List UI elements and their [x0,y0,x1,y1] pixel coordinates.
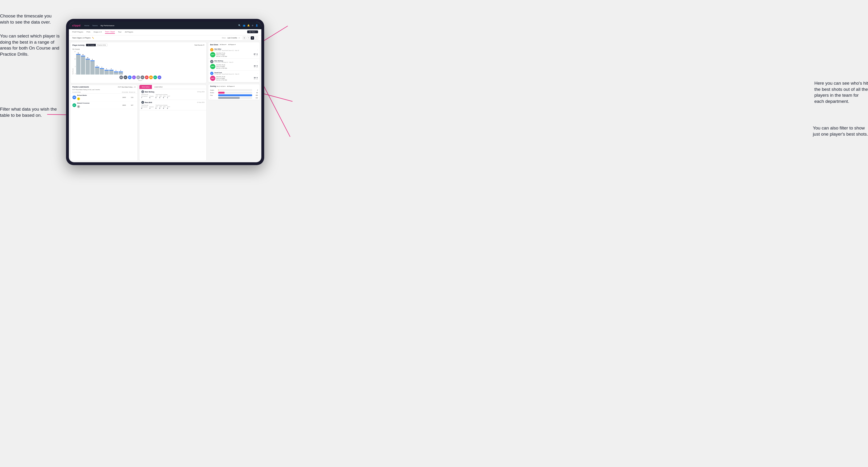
rees-stats: Total Rounds Tournament 8 Practice [141,104,205,109]
leaderboard-title: Practice Leaderboards [72,86,89,88]
left-column: Player Activity On Course Practice Drill… [70,42,207,161]
annotation-best-shots: Here you can see who's hit the best shot… [814,80,868,104]
best-shots-card: Best Shots All Shots ▼ All Players ▼ [208,42,260,83]
avatar-bm: BM [119,75,123,79]
chevron-right-icon-2[interactable]: › [257,61,258,63]
add-circle-icon[interactable]: ⊕ [252,24,253,27]
avatar-blair: BM [141,90,144,93]
blair-yds1: 43 yds [254,65,256,68]
rees-putt: PUTT 0 [167,106,170,109]
nav-hcaps[interactable]: Hcaps 1-5 [94,31,102,33]
show-chevron-icon[interactable]: ▼ [239,37,240,39]
x-axis-label: Players [76,80,205,81]
blair-arg: ARG 0 [163,96,165,98]
birdies-bar [218,92,224,94]
bar-j-coles: 9 [90,59,95,74]
matt-shot-desc: Shot Dist: 67 yds Start Lie: Rough End L… [216,52,253,57]
add-team-button[interactable]: Add Team + [247,30,258,33]
avatar-ec: EC [153,75,157,79]
nav-links: Home Teams My Performance [84,25,235,27]
heart-view-button[interactable]: ♥ [251,36,254,40]
col-player-name: PLAYER NAME [72,92,121,93]
scoring-header: Scoring Par 3, 4 & 5s ▼ All Players ▼ [208,84,260,88]
nav-my-performance[interactable]: My Performance [100,25,115,27]
chevron-right-icon-3[interactable]: › [257,72,258,74]
nav-team-clippd[interactable]: Team Clippd [105,31,115,34]
pars-bar [218,94,252,96]
leaderboard-select[interactable]: PUTT Must Make Putting ... ▼ [118,86,135,88]
nav-teams[interactable]: Teams [92,25,98,27]
logo: clippd [72,24,81,27]
avatar-mm: MM [149,75,153,79]
rees-tournament: Tournament 8 [141,106,148,109]
matt-info: Matt Miller 09 Jun 2023 · Royal North De… [214,49,239,51]
matt-player-row: MM Matt Miller 09 Jun 2023 · Royal North… [210,48,258,52]
avatar-bb: BB [124,75,127,79]
bell-icon[interactable]: 🔔 [247,24,250,27]
blair-practice: Practice 6 [149,96,154,98]
david-yds: 16 yds 0 yds [254,77,258,80]
nav-home[interactable]: Home [84,25,89,27]
nav-pga[interactable]: PGA [87,31,90,33]
david-badge: 198SG [210,76,215,81]
bar-l-robertson: 2 [119,70,123,74]
user-icon[interactable]: 👤 [255,24,258,27]
bars-container: 13 12 [76,51,205,74]
scoring-all-players-filter[interactable]: All Players ▼ [227,86,235,87]
bar-m-miller: 3 [109,68,114,74]
par-filter[interactable]: Par 3, 4 & 5s ▼ [217,86,225,87]
more-view-button[interactable]: ⋮ [255,36,258,40]
people-icon[interactable]: 👥 [243,24,245,27]
score-row-other: ... 315 [210,97,258,99]
chevron-right-icon[interactable]: › [257,49,258,51]
david-yds2: 0 yds [256,77,258,80]
leaderboard-header: Practice Leaderboards PUTT Must Make Put… [70,85,137,89]
all-players-filter[interactable]: All Players ▼ [228,44,236,45]
col-pb-avg: PB AVG SG [129,92,135,93]
player-activity-card: Player Activity On Course Practice Drill… [70,42,207,83]
nav-all-players[interactable]: All Players [125,31,133,33]
all-shots-filter[interactable]: All Shots ▼ [220,44,226,45]
annotation-all-players: You can also filter to show just one pla… [813,125,868,137]
blair-yds2: 0 yds [256,65,258,68]
tab-most-active[interactable]: Most Active [140,85,152,89]
pars-bar-container [218,94,252,96]
rank-badge-1: 1 [77,97,80,100]
on-course-toggle[interactable]: On Course [86,44,96,46]
matt-yds1: 67 yds [254,53,256,56]
player-name-edward: Edward Crossman 2 [77,102,90,108]
player-activity-title: Player Activity [72,44,85,46]
other-bar [218,97,240,99]
blair-putt: PUTT 1 [167,96,170,98]
practice-drills-toggle[interactable]: Practice Drills [96,44,107,46]
avatar-richard: RB [72,96,76,99]
tab-least-active[interactable]: Least Active [152,85,165,89]
shot-matt-miller: MM Matt Miller 09 Jun 2023 · Royal North… [208,47,260,59]
david-shot-stats: 198SG Shot Dist: 16 yds Start Lie: Rough… [210,76,258,81]
bar-e-crossman: 2 [114,70,118,74]
search-icon[interactable]: 🔍 [238,24,241,27]
player-avatars-row: BM BB DF JC [76,75,205,79]
avatar-lr: LR [158,75,161,79]
list-view-button[interactable]: ≡ [247,36,250,40]
score-row-birdies: Birdies 96 [210,92,258,94]
tablet-screen: clippd Home Teams My Performance 🔍 👥 🔔 ⊕… [69,22,261,162]
y-label-5: 5 [75,66,76,67]
top-nav: clippd Home Teams My Performance 🔍 👥 🔔 ⊕… [69,22,261,29]
drill-name: PUTT Must Make Putting (3-6 ft), Last 3 … [70,89,137,91]
blair-shot-stats: 200SG Shot Dist: 43 yds Start Lie: Rough… [210,64,258,69]
show-select[interactable]: Last 3 months [227,37,237,39]
active-player-blair: BM Blair McHarg 26 Aug 2023 Total Rounds [140,89,206,100]
rees-date: 02 Sep 2023 [197,102,205,103]
nav-tour[interactable]: Tour [118,31,122,33]
nav-pgat[interactable]: PGAT Players [72,31,83,33]
chart-area: On Course Total Rounds 15 10 5 [70,48,206,83]
score-18-20: 18/20 [121,104,128,106]
score-row-eagles: Eagles 3 [210,89,258,91]
matt-shot-stats: 200SG Shot Dist: 67 yds Start Lie: Rough… [210,52,258,57]
total-rounds-dropdown[interactable]: Total Rounds ▼ [194,44,205,46]
edit-icon[interactable]: ✏️ [92,37,94,39]
best-shots-title: Best Shots [210,44,218,45]
eagles-bar-container [218,89,252,91]
grid-view-button[interactable]: ⊞ [243,36,246,40]
